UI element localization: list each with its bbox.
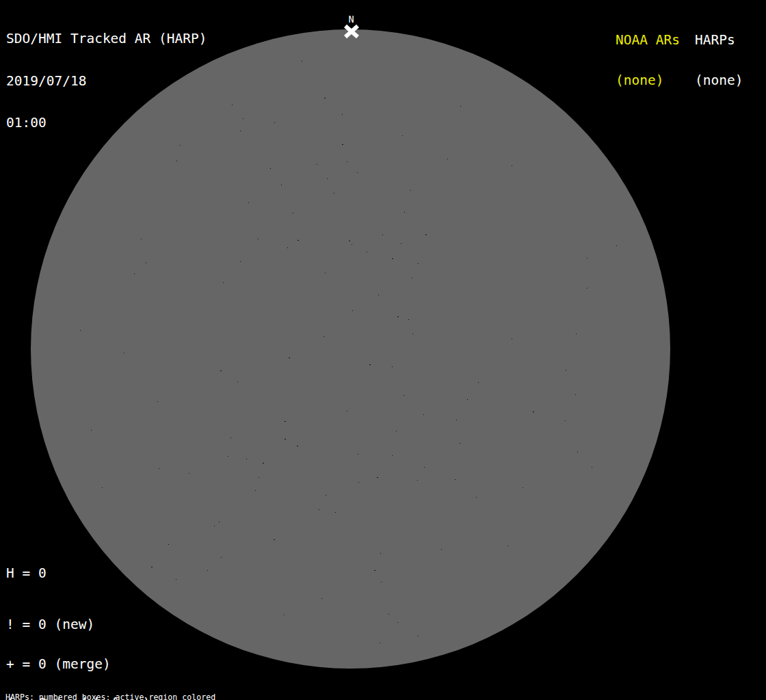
noaa-ars-label: NOAA ARs	[616, 33, 680, 47]
sunspot-speckle	[478, 382, 479, 383]
sunspot-speckle	[335, 512, 336, 513]
sunspot-speckle	[404, 212, 405, 213]
sunspot-speckle	[412, 334, 413, 334]
sunspot-speckle	[476, 497, 477, 498]
sunspot-speckle	[441, 549, 442, 550]
noaa-ars-column: NOAA ARs (none)	[616, 7, 680, 113]
sunspot-speckle	[270, 168, 271, 169]
sunspot-speckle	[342, 144, 343, 145]
harp-total-count: H = 0	[6, 567, 47, 580]
sunspot-speckle	[392, 258, 393, 259]
sunspot-speckle	[587, 258, 587, 258]
sunspot-speckle	[159, 468, 159, 469]
sunspot-speckle	[382, 234, 383, 235]
sunspot-speckle	[507, 546, 508, 546]
sunspot-speckle	[298, 240, 299, 241]
sunspot-speckle	[302, 61, 302, 62]
sunspot-speckle	[392, 366, 393, 367]
sunspot-speckle	[418, 263, 419, 264]
noaa-ars-value: (none)	[616, 74, 680, 88]
legend-item-merge: + = 0 (merge)	[6, 658, 159, 671]
legend-item-new: ! = 0 (new)	[6, 618, 159, 631]
sunspot-speckle	[575, 394, 576, 395]
sunspot-speckle	[325, 273, 326, 273]
sunspot-speckle	[317, 164, 317, 165]
sunspot-speckle	[255, 490, 256, 491]
sunspot-speckle	[565, 420, 566, 421]
sunspot-speckle	[263, 463, 264, 463]
sunspot-speckle	[349, 241, 350, 241]
sunspot-speckle	[380, 553, 381, 554]
sunspot-speckle	[456, 420, 457, 420]
sunspot-speckle	[189, 473, 189, 474]
time-label: 01:00	[6, 116, 207, 131]
sunspot-speckle	[523, 487, 523, 488]
sunspot-speckle	[404, 395, 404, 396]
sunspot-speckle	[377, 477, 378, 478]
sunspot-speckle	[447, 159, 448, 159]
sunspot-speckle	[577, 452, 578, 453]
sunspot-speckle	[207, 570, 208, 571]
sunspot-speckle	[297, 446, 298, 446]
date-label: 2019/07/18	[6, 75, 207, 89]
sunspot-speckle	[424, 467, 425, 468]
sunspot-speckle	[91, 430, 92, 431]
harps-column: HARPs (none)	[695, 7, 743, 113]
sunspot-speckle	[388, 614, 389, 615]
sunspot-speckle	[392, 455, 393, 456]
sunspot-speckle	[410, 190, 411, 191]
sunspot-speckle	[274, 122, 275, 123]
sunspot-speckle	[258, 239, 259, 239]
sunspot-speckle	[219, 522, 220, 522]
sunspot-speckle	[223, 282, 224, 283]
sunspot-speckle	[146, 262, 146, 263]
sunspot-speckle	[324, 98, 326, 98]
sunspot-speckle	[319, 509, 319, 510]
sunspot-speckle	[512, 338, 512, 339]
sunspot-speckle	[512, 165, 512, 166]
north-label: N	[342, 14, 360, 24]
harps-label: HARPs	[695, 33, 743, 47]
sunspot-speckle	[358, 482, 359, 483]
sunspot-speckle	[408, 319, 409, 320]
sunspot-speckle	[124, 353, 124, 353]
sunspot-speckle	[285, 439, 286, 440]
sunspot-speckle	[587, 288, 587, 288]
sunspot-speckle	[367, 252, 367, 252]
sunspot-speckle	[533, 412, 534, 412]
sunspot-speckle	[134, 273, 135, 274]
sunspot-speckle	[397, 317, 399, 317]
footer-note-harps: HARPs: numbered boxes; active region col…	[5, 694, 282, 700]
sunspot-speckle	[80, 330, 81, 331]
sunspot-speckle	[287, 247, 288, 248]
sunspot-speckle	[396, 431, 397, 431]
sunspot-speckle	[380, 643, 380, 643]
sunspot-speckle	[369, 364, 371, 365]
sunspot-speckle	[323, 336, 324, 337]
sunspot-speckle	[342, 114, 343, 115]
sunspot-speckle	[347, 161, 347, 162]
sunspot-speckle	[102, 487, 103, 488]
sunspot-speckle	[358, 454, 358, 455]
footer-notes: HARPs: numbered boxes; active region col…	[5, 677, 282, 700]
sunspot-speckle	[417, 480, 418, 481]
sunspot-speckle	[418, 636, 419, 636]
harp-tracking-view: N SDO/HMI Tracked AR (HARP) 2019/07/18 0…	[0, 0, 766, 700]
sunspot-speckle	[357, 172, 358, 173]
sunspot-speckle	[228, 456, 228, 457]
sunspot-speckle	[259, 477, 259, 478]
sunspot-speckle	[157, 401, 158, 402]
sunspot-speckle	[214, 526, 215, 526]
sunspot-speckle	[220, 371, 222, 371]
sunspot-speckle	[246, 459, 247, 459]
north-pole-cross-icon	[343, 24, 360, 39]
sunspot-speckle	[402, 135, 403, 136]
sunspot-speckle	[327, 178, 328, 179]
sunspot-speckle	[293, 213, 293, 213]
sunspot-speckle	[326, 495, 326, 496]
sunspot-speckle	[566, 370, 566, 371]
sunspot-speckle	[284, 615, 285, 615]
sunspot-speckle	[243, 118, 243, 119]
app-title: SDO/HMI Tracked AR (HARP)	[6, 32, 207, 46]
sunspot-speckle	[455, 479, 455, 480]
